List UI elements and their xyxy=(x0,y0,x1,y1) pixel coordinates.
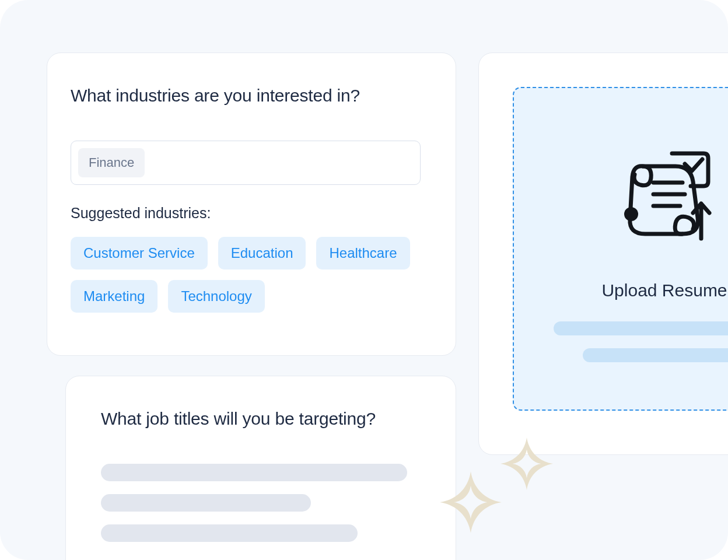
industries-input[interactable]: Finance xyxy=(71,141,421,185)
skeleton-line xyxy=(583,348,728,362)
industry-chip[interactable]: Healthcare xyxy=(316,237,410,270)
skeleton-line xyxy=(101,464,407,481)
skeleton-line xyxy=(101,524,358,542)
resume-upload-icon xyxy=(615,149,714,248)
industry-chip[interactable]: Technology xyxy=(168,280,264,313)
upload-title: Upload Resume xyxy=(601,281,727,300)
suggested-industries-list: Customer Service Education Healthcare Ma… xyxy=(71,237,444,313)
skeleton-line xyxy=(554,321,728,335)
industry-chip[interactable]: Marketing xyxy=(71,280,158,313)
suggested-industries-label: Suggested industries: xyxy=(71,205,421,222)
upload-skeleton xyxy=(514,321,728,362)
app-canvas: What industries are you interested in? F… xyxy=(0,0,728,560)
jobtitles-skeleton xyxy=(101,464,421,542)
upload-dropzone[interactable]: Upload Resume xyxy=(513,87,728,411)
skeleton-line xyxy=(101,494,311,512)
jobtitles-question: What job titles will you be targeting? xyxy=(101,409,421,429)
upload-resume-card: Upload Resume xyxy=(478,52,728,455)
industries-question: What industries are you interested in? xyxy=(71,86,421,106)
svg-point-3 xyxy=(624,207,638,221)
selected-industry-chip[interactable]: Finance xyxy=(78,148,145,177)
industry-chip[interactable]: Education xyxy=(218,237,306,270)
sparkle-icon xyxy=(439,470,503,534)
jobtitles-card: What job titles will you be targeting? xyxy=(65,376,456,560)
industries-card: What industries are you interested in? F… xyxy=(47,52,456,356)
industry-chip[interactable]: Customer Service xyxy=(71,237,208,270)
sparkle-icon xyxy=(499,436,554,491)
